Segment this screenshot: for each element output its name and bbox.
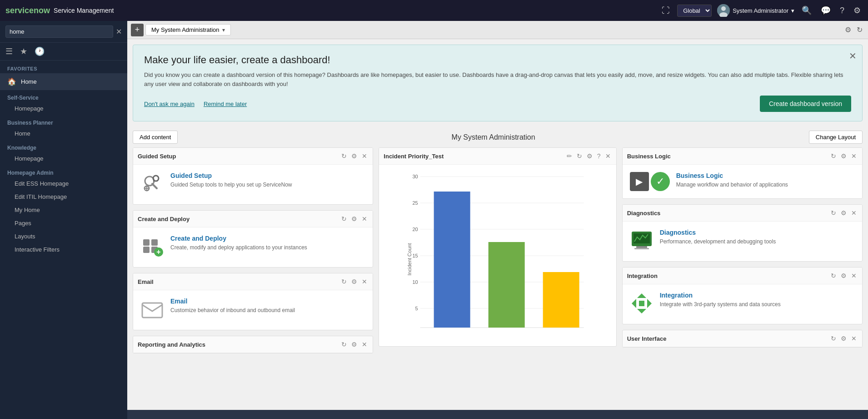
svg-marker-34: [637, 309, 642, 313]
svg-text:Incident Count: Incident Count: [407, 243, 412, 276]
email-body: Email Customize behavior of inbound and …: [133, 290, 373, 330]
diagnostics-close[interactable]: ✕: [850, 208, 858, 217]
banner-close-button[interactable]: ✕: [849, 50, 857, 61]
fullscreen-button[interactable]: ⛶: [660, 4, 672, 17]
sidebar-item-layouts[interactable]: Layouts: [0, 230, 127, 243]
guided-setup-refresh[interactable]: ↻: [340, 151, 348, 161]
sidebar-search-area: ✕: [0, 21, 127, 43]
dashboard-banner: ✕ Make your life easier, create a dashbo…: [133, 45, 863, 121]
create-deploy-info: Create and Deploy Create, modify and dep…: [170, 235, 307, 252]
sidebar-tab-favorites[interactable]: ★: [20, 46, 27, 56]
diagnostics-refresh[interactable]: ↻: [830, 208, 837, 217]
sidebar-item-interactive-filters[interactable]: Interactive Filters: [0, 243, 127, 256]
user-name: System Administrator: [733, 7, 788, 14]
help-button[interactable]: ?: [838, 4, 846, 17]
sidebar-item-homepage[interactable]: Homepage: [0, 102, 127, 115]
integration-item-title[interactable]: Integration: [660, 292, 781, 299]
user-interface-widget: User Interface ↻ ⚙ ✕: [622, 330, 863, 348]
sidebar-item-home[interactable]: 🏠 Home: [0, 73, 127, 90]
sidebar-item-edit-ess[interactable]: Edit ESS Homepage: [0, 177, 127, 190]
sidebar: ✕ ☰ ★ 🕐 Favorites 🏠 Home Self-Service Ho…: [0, 21, 127, 419]
sidebar-item-bp-home[interactable]: Home: [0, 127, 127, 140]
sidebar-item-my-home[interactable]: My Home: [0, 203, 127, 217]
remind-later-button[interactable]: Remind me later: [204, 101, 247, 107]
integration-settings[interactable]: ⚙: [840, 271, 848, 280]
favorites-section-label: Favorites: [0, 61, 127, 73]
email-refresh[interactable]: ↻: [340, 277, 348, 286]
logo-text: servicenow: [5, 6, 50, 15]
new-tab-button[interactable]: +: [131, 24, 144, 36]
email-settings[interactable]: ⚙: [350, 277, 358, 286]
guided-setup-item-title[interactable]: Guided Setup: [170, 172, 292, 179]
sidebar-tabs: ☰ ★ 🕐: [0, 43, 127, 61]
active-tab[interactable]: My System Administration ▾: [145, 24, 231, 35]
user-menu[interactable]: System Administrator ▾: [717, 4, 794, 17]
create-deploy-body: + Create and Deploy Create, modify and d…: [133, 227, 373, 267]
reporting-title: Reporting and Analytics: [138, 341, 338, 348]
create-deploy-refresh[interactable]: ↻: [340, 214, 348, 223]
email-item-title[interactable]: Email: [170, 298, 295, 305]
email-close[interactable]: ✕: [361, 277, 368, 286]
integration-close[interactable]: ✕: [850, 271, 858, 280]
business-logic-refresh[interactable]: ↻: [830, 151, 837, 161]
diagnostics-settings[interactable]: ⚙: [840, 208, 848, 217]
tab-label: My System Administration: [151, 26, 219, 33]
create-deploy-header: Create and Deploy ↻ ⚙ ✕: [133, 211, 373, 227]
business-logic-close[interactable]: ✕: [850, 151, 858, 161]
svg-text:25: 25: [413, 200, 418, 206]
integration-refresh[interactable]: ↻: [830, 271, 837, 280]
settings-button[interactable]: ⚙: [852, 4, 863, 17]
diagnostics-info: Diagnostics Performance, development and…: [660, 229, 776, 246]
user-interface-settings[interactable]: ⚙: [840, 334, 848, 343]
search-input[interactable]: [5, 25, 113, 38]
user-interface-refresh[interactable]: ↻: [830, 334, 837, 343]
create-dashboard-button[interactable]: Create dashboard version: [760, 96, 851, 112]
incident-edit[interactable]: ✏: [566, 151, 573, 161]
reporting-settings[interactable]: ⚙: [350, 340, 358, 349]
business-logic-settings[interactable]: ⚙: [840, 151, 848, 161]
tab-settings-button[interactable]: ⚙: [843, 24, 853, 36]
diagnostics-item: Diagnostics Performance, development and…: [630, 229, 855, 254]
dashboard-header: Add content My System Administration Cha…: [127, 127, 868, 147]
business-logic-item: ▶ ✓ Business Logic Manage workflow and b…: [630, 172, 855, 191]
business-logic-item-title[interactable]: Business Logic: [676, 172, 788, 179]
search-clear-button[interactable]: ✕: [116, 27, 122, 36]
add-content-button[interactable]: Add content: [133, 131, 178, 144]
user-interface-close[interactable]: ✕: [850, 334, 858, 343]
guided-setup-close[interactable]: ✕: [361, 151, 368, 161]
diagnostics-item-title[interactable]: Diagnostics: [660, 229, 776, 236]
create-deploy-item-title[interactable]: Create and Deploy: [170, 235, 307, 242]
chat-button[interactable]: 💬: [819, 4, 833, 17]
incident-priority-widget: Incident Priority_Test ✏ ↻ ⚙ ? ✕ 30 25 2…: [379, 147, 616, 347]
change-layout-button[interactable]: Change Layout: [809, 131, 863, 144]
sidebar-item-knowledge-homepage[interactable]: Homepage: [0, 152, 127, 165]
sidebar-item-pages[interactable]: Pages: [0, 217, 127, 230]
email-widget: Email ↻ ⚙ ✕ Email: [133, 273, 373, 330]
dashboard-title: My System Administration: [183, 133, 803, 141]
tab-refresh-button[interactable]: ↻: [855, 24, 864, 36]
create-deploy-settings[interactable]: ⚙: [350, 214, 358, 223]
reporting-close[interactable]: ✕: [361, 340, 368, 349]
tab-dropdown-button[interactable]: ▾: [222, 27, 225, 33]
guided-setup-settings[interactable]: ⚙: [350, 151, 358, 161]
sidebar-item-edit-itil[interactable]: Edit ITIL Homepage: [0, 190, 127, 203]
incident-settings[interactable]: ⚙: [586, 151, 594, 161]
svg-text:15: 15: [413, 253, 418, 258]
avatar: [717, 4, 730, 17]
incident-help[interactable]: ?: [596, 151, 602, 161]
sidebar-tab-history[interactable]: 🕐: [35, 46, 45, 56]
banner-actions: Don't ask me again Remind me later Creat…: [144, 96, 851, 112]
dont-ask-button[interactable]: Don't ask me again: [144, 101, 195, 107]
incident-refresh[interactable]: ↻: [576, 151, 583, 161]
svg-marker-36: [632, 303, 636, 308]
reporting-refresh[interactable]: ↻: [340, 340, 348, 349]
integration-item: Integration Integrate with 3rd-party sys…: [630, 292, 855, 317]
create-deploy-close[interactable]: ✕: [361, 214, 368, 223]
search-button[interactable]: 🔍: [800, 4, 813, 17]
scope-selector[interactable]: Global: [677, 5, 712, 17]
business-logic-item-desc: Manage workflow and behavior of applicat…: [676, 181, 788, 189]
diagnostics-body: Diagnostics Performance, development and…: [623, 222, 862, 261]
incident-close[interactable]: ✕: [604, 151, 612, 161]
sidebar-tab-list[interactable]: ☰: [5, 46, 13, 56]
svg-rect-12: [142, 303, 162, 318]
